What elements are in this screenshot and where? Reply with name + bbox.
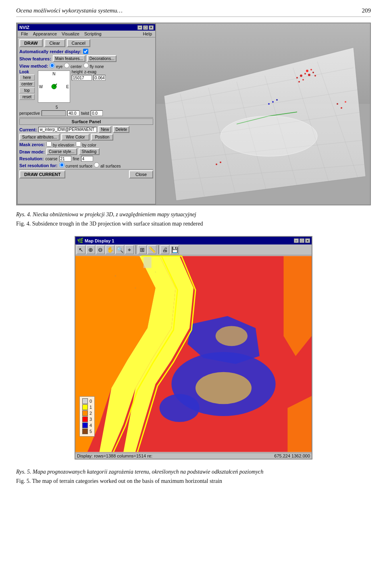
new-btn[interactable]: New <box>98 126 111 133</box>
mask-zeros-row: Mask zeros: by elevation by color <box>19 141 153 147</box>
svg-point-26 <box>268 103 270 105</box>
map-minimize-btn[interactable]: − <box>294 238 299 243</box>
delete-btn[interactable]: Delete <box>113 126 129 133</box>
grass-icon: 🌿 <box>77 238 83 244</box>
surface-attr-row: Surface attributes... Wire Color Positio… <box>19 134 153 141</box>
legend-color-3 <box>82 416 88 422</box>
svg-point-22 <box>306 70 308 72</box>
tool-print[interactable]: 🖨 <box>160 245 169 254</box>
by-color-checkbox[interactable] <box>76 141 81 147</box>
main-features-btn[interactable]: Main features... <box>53 55 85 62</box>
decorations-btn[interactable]: Decorations... <box>87 55 117 62</box>
nviz-titlebar: NVIZ − □ × <box>18 24 155 31</box>
menu-visualize[interactable]: Visualize <box>59 31 82 37</box>
perspective-slider[interactable] <box>42 110 66 116</box>
look-center-btn[interactable]: center <box>19 81 35 87</box>
tool-zoom-fit[interactable]: 🔍 <box>115 245 124 254</box>
height-input[interactable] <box>72 75 92 81</box>
map-display-window: 🌿 Map Display 1 − □ × ↖ ⊕ ⊖ ✋ 🔍 ⌖ ⊞ <box>75 236 312 460</box>
svg-point-45 <box>155 271 156 272</box>
twist-input[interactable] <box>91 110 103 116</box>
tool-pan[interactable]: ✋ <box>106 245 114 254</box>
nav-arrow-svg <box>48 81 60 93</box>
perspective-label: perspective <box>19 111 40 116</box>
page-header: Ocena możliwości wykorzystania systemu… … <box>16 7 371 17</box>
height-row: height z-exag <box>72 70 106 74</box>
draw-button[interactable]: DRAW <box>19 39 43 47</box>
fine-label: fine <box>73 157 79 161</box>
tool-pointer[interactable]: ↖ <box>77 245 85 254</box>
menu-appearance[interactable]: Appearance <box>31 31 59 37</box>
map-maximize-btn[interactable]: □ <box>300 238 304 243</box>
close-btn[interactable]: Close <box>129 170 153 178</box>
svg-point-18 <box>296 77 298 79</box>
by-elevation-label: by elevation <box>46 141 74 147</box>
by-color-label: by color <box>76 141 96 147</box>
legend-label-2: 2 <box>89 411 92 416</box>
toolbar-separator-1 <box>135 245 136 254</box>
svg-point-31 <box>216 164 217 165</box>
menu-help[interactable]: Help <box>140 31 154 37</box>
wire-color-btn[interactable]: Wire Color <box>61 134 89 141</box>
map-close-btn[interactable]: × <box>305 238 310 243</box>
z-exag-input[interactable] <box>94 75 106 81</box>
coarse-style-btn[interactable]: Coarse style... <box>46 148 77 155</box>
view-fly-radio[interactable] <box>83 63 89 68</box>
nviz-minimize-btn[interactable]: − <box>137 25 142 30</box>
z-exag-label: z-exag <box>84 70 96 74</box>
svg-point-28 <box>276 99 278 101</box>
nviz-close-btn[interactable]: × <box>149 25 154 30</box>
resolution-row: Resolution: coarse fine <box>19 156 153 161</box>
tool-zoom-out[interactable]: ⊖ <box>96 245 105 254</box>
position-btn[interactable]: Position <box>91 134 113 141</box>
map-legend: 0 1 2 3 4 <box>79 396 95 437</box>
auto-render-checkbox[interactable] <box>83 49 88 54</box>
svg-point-17 <box>304 73 306 75</box>
view-eye-radio[interactable] <box>50 63 55 68</box>
current-surface-label: current surface <box>59 162 92 168</box>
fig5-label: Fig. 5. <box>16 478 31 484</box>
nviz-top-buttons: DRAW Clear Cancel <box>19 39 153 47</box>
tool-zoom-region[interactable]: ⌖ <box>125 245 134 254</box>
shading-btn[interactable]: Shading <box>79 148 100 155</box>
look-reset-btn[interactable]: reset <box>19 94 35 100</box>
tool-save[interactable]: 💾 <box>170 245 179 254</box>
header-title: Ocena możliwości wykorzystania systemu… <box>16 7 123 14</box>
statusbar-right: 675.224 1362.000 <box>274 453 310 458</box>
tool-layers[interactable]: ⊞ <box>138 245 147 254</box>
nviz-menu-left: File Appearance Visualize Scripting <box>19 31 104 37</box>
set-resolution-row: Set resolution for: current surface all … <box>19 162 153 168</box>
current-surface-radio[interactable] <box>59 162 64 168</box>
draw-mode-row: Draw mode: Coarse style... Shading <box>19 148 153 155</box>
menu-file[interactable]: File <box>19 31 31 37</box>
look-top-btn[interactable]: top <box>19 87 35 93</box>
current-surface-input[interactable] <box>38 127 97 133</box>
rys4-polish-text: Niecka obniżeniowa w projekcji 3D, z uwz… <box>33 211 196 217</box>
fine-input[interactable] <box>81 156 93 161</box>
cancel-button[interactable]: Cancel <box>67 39 90 47</box>
tool-zoom-in[interactable]: ⊕ <box>86 245 95 254</box>
all-surfaces-label: all surfaces <box>94 162 121 168</box>
by-elevation-checkbox[interactable] <box>46 141 52 147</box>
legend-item-2: 2 <box>82 410 92 416</box>
nviz-screenshot-composite: NVIZ − □ × File Appearance Visualize Scr… <box>16 23 371 205</box>
surface-attr-btn[interactable]: Surface attributes... <box>19 134 60 141</box>
look-here-btn[interactable]: here <box>19 75 35 81</box>
nviz-title: NVIZ <box>19 25 29 30</box>
menu-scripting[interactable]: Scripting <box>82 31 104 37</box>
show-features-row: Show features: Main features... Decorati… <box>19 55 153 62</box>
coarse-input[interactable] <box>59 156 71 161</box>
svg-point-32 <box>220 161 221 163</box>
nviz-maximize-btn[interactable]: □ <box>143 25 148 30</box>
svg-point-35 <box>345 101 346 103</box>
svg-point-27 <box>272 101 274 103</box>
draw-current-btn[interactable]: DRAW CURRENT <box>19 170 65 178</box>
perspective-input[interactable] <box>67 110 79 116</box>
svg-point-23 <box>314 75 316 77</box>
clear-button[interactable]: Clear <box>44 39 65 47</box>
tool-measure[interactable]: 📏 <box>148 245 156 254</box>
nviz-left-panel: DRAW Clear Cancel Automatically render d… <box>18 37 155 182</box>
all-surfaces-radio[interactable] <box>94 162 99 168</box>
view-center-radio[interactable] <box>64 63 69 68</box>
map-content: 0 1 2 3 4 <box>75 255 312 453</box>
